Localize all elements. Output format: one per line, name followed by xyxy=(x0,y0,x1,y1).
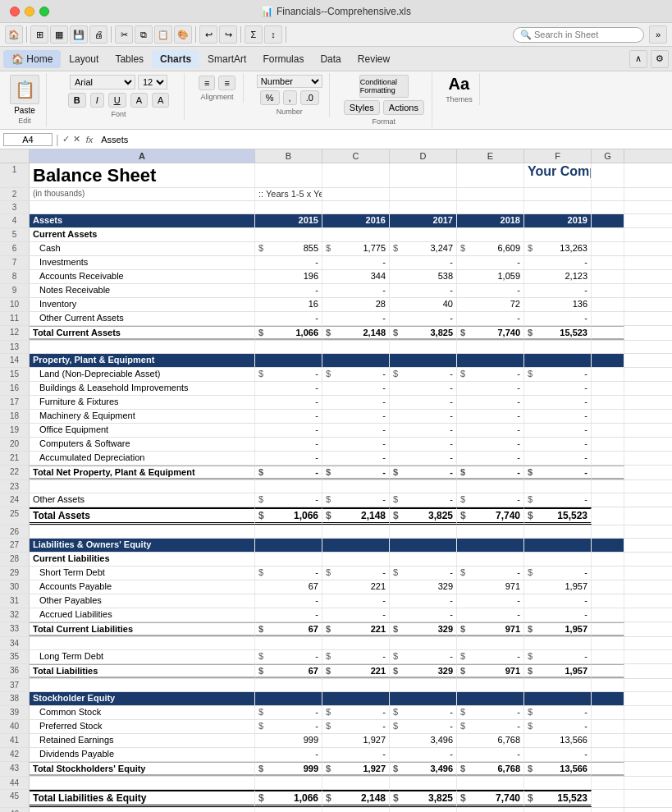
cell-f33[interactable]: $1,957 xyxy=(524,622,592,636)
cell-f9[interactable]: - xyxy=(524,284,592,297)
cell-b30[interactable]: 67 xyxy=(255,580,322,594)
cell-e9[interactable]: - xyxy=(457,284,524,297)
cell-b12[interactable]: $1,066 xyxy=(255,326,322,340)
undo-icon[interactable]: ↩ xyxy=(199,25,217,44)
cell-b16[interactable]: - xyxy=(255,382,322,395)
cell-dividends-payable[interactable]: Dividends Payable xyxy=(30,748,255,761)
paste-icon[interactable]: 📋 xyxy=(154,25,172,44)
cell-b42[interactable]: - xyxy=(255,748,322,761)
cell-e39[interactable]: $- xyxy=(457,706,524,719)
menu-charts[interactable]: Charts xyxy=(152,50,199,68)
cell-d33[interactable]: $329 xyxy=(390,622,457,636)
cell-f22[interactable]: $- xyxy=(524,466,592,479)
col-header-g[interactable]: G xyxy=(592,149,624,163)
cut-icon[interactable]: ✂ xyxy=(115,25,133,44)
cell-f32[interactable]: - xyxy=(524,608,592,622)
sum-icon[interactable]: Σ xyxy=(245,25,263,44)
cell-e6[interactable]: $6,609 xyxy=(457,242,524,255)
cell-ppe-header[interactable]: Property, Plant & Equipment xyxy=(30,354,255,367)
cell-notes-receivable[interactable]: Notes Receivable xyxy=(30,284,255,297)
cell-total-stockholders-equity[interactable]: Total Stockholders' Equity xyxy=(30,762,255,776)
italic-button[interactable]: I xyxy=(90,93,104,108)
increase-decimal-button[interactable]: .0 xyxy=(300,90,319,105)
cell-b20[interactable]: - xyxy=(255,438,322,451)
cell-d24[interactable]: $- xyxy=(390,493,457,507)
percent-button[interactable]: % xyxy=(260,90,280,105)
cell-d45[interactable]: $3,825 xyxy=(390,790,457,807)
cell-cash[interactable]: Cash xyxy=(30,242,255,255)
cell-d9[interactable]: - xyxy=(390,284,457,297)
cell-b11[interactable]: - xyxy=(255,312,322,325)
cell-computers[interactable]: Computers & Software xyxy=(30,438,255,451)
cell-d30[interactable]: 329 xyxy=(390,580,457,594)
maximize-button[interactable] xyxy=(39,7,49,16)
font-color-button[interactable]: A xyxy=(130,93,148,108)
font-family-select[interactable]: Arial xyxy=(70,75,135,89)
print-icon[interactable]: 🖨 xyxy=(89,25,107,44)
cell-c17[interactable]: - xyxy=(322,396,390,409)
cell-current-liabilities-sub[interactable]: Current Liabilities xyxy=(30,553,255,566)
cell-year-2019[interactable]: 2019 xyxy=(524,214,592,227)
cell-other-payables[interactable]: Other Payables xyxy=(30,594,255,608)
cell-f21[interactable]: - xyxy=(524,452,592,465)
cell-c25[interactable]: $2,148 xyxy=(322,507,390,525)
cell-c41[interactable]: 1,927 xyxy=(322,734,390,747)
cell-c19[interactable]: - xyxy=(322,424,390,437)
cell-total-ppe[interactable]: Total Net Property, Plant & Equipment xyxy=(30,466,255,479)
cell-long-term-debt[interactable]: Long Term Debt xyxy=(30,650,255,663)
cell-c12[interactable]: $2,148 xyxy=(322,326,390,340)
cell-c45[interactable]: $2,148 xyxy=(322,790,390,807)
cell-stockholder-header[interactable]: Stockholder Equity xyxy=(30,692,255,705)
col-header-c[interactable]: C xyxy=(322,149,390,163)
menu-formulas[interactable]: Formulas xyxy=(254,50,312,68)
cell-total-assets[interactable]: Total Assets xyxy=(30,507,255,525)
cell-e42[interactable]: - xyxy=(457,748,524,761)
cell-c6[interactable]: $1,775 xyxy=(322,242,390,255)
menu-data[interactable]: Data xyxy=(312,50,349,68)
cell-e29[interactable]: $- xyxy=(457,567,524,580)
cell-b18[interactable]: - xyxy=(255,410,322,423)
cell-e45[interactable]: $7,740 xyxy=(457,790,524,807)
cell-buildings[interactable]: Buildings & Leasehold Improvements xyxy=(30,382,255,395)
cell-e31[interactable]: - xyxy=(457,594,524,608)
cell-e21[interactable]: - xyxy=(457,452,524,465)
actions-button[interactable]: Actions xyxy=(383,100,424,115)
cell-d35[interactable]: $- xyxy=(390,650,457,663)
cell-e15[interactable]: $- xyxy=(457,368,524,381)
cell-e16[interactable]: - xyxy=(457,382,524,395)
menu-layout[interactable]: Layout xyxy=(61,50,107,68)
cell-f42[interactable]: - xyxy=(524,748,592,761)
cell-e41[interactable]: 6,768 xyxy=(457,734,524,747)
cell-furniture[interactable]: Furniture & Fixtures xyxy=(30,396,255,409)
cell-e7[interactable]: - xyxy=(457,256,524,269)
cell-e10[interactable]: 72 xyxy=(457,298,524,311)
close-button[interactable] xyxy=(10,7,20,16)
cell-d22[interactable]: $- xyxy=(390,466,457,479)
cell-f31[interactable]: - xyxy=(524,594,592,608)
cell-retained-earnings[interactable]: Retained Earnings xyxy=(30,734,255,747)
cell-total-liabilities[interactable]: Total Liabilities xyxy=(30,664,255,678)
cell-c10[interactable]: 28 xyxy=(322,298,390,311)
cell-a2[interactable]: (in thousands) xyxy=(30,188,255,200)
menu-smartart[interactable]: SmartArt xyxy=(199,50,254,68)
cell-f36[interactable]: $1,957 xyxy=(524,664,592,678)
cell-d19[interactable]: - xyxy=(390,424,457,437)
cell-e30[interactable]: 971 xyxy=(457,580,524,594)
menu-tables[interactable]: Tables xyxy=(107,50,152,68)
cell-c30[interactable]: 221 xyxy=(322,580,390,594)
cell-machinery[interactable]: Machinery & Equipment xyxy=(30,410,255,423)
cell-f41[interactable]: 13,566 xyxy=(524,734,592,747)
cell-other-assets[interactable]: Other Assets xyxy=(30,493,255,507)
cell-d32[interactable]: - xyxy=(390,608,457,622)
comma-button[interactable]: , xyxy=(283,90,297,105)
cell-total-current-liabilities[interactable]: Total Current Liabilities xyxy=(30,622,255,636)
cell-b6[interactable]: $855 xyxy=(255,242,322,255)
cell-f1[interactable]: Your Company Name Here xyxy=(524,163,592,187)
cell-d12[interactable]: $3,825 xyxy=(390,326,457,340)
cell-c35[interactable]: $- xyxy=(322,650,390,663)
cell-year-2018[interactable]: 2018 xyxy=(457,214,524,227)
col-header-e[interactable]: E xyxy=(457,149,524,163)
cell-d43[interactable]: $3,496 xyxy=(390,762,457,776)
cell-f35[interactable]: $- xyxy=(524,650,592,663)
cell-d21[interactable]: - xyxy=(390,452,457,465)
